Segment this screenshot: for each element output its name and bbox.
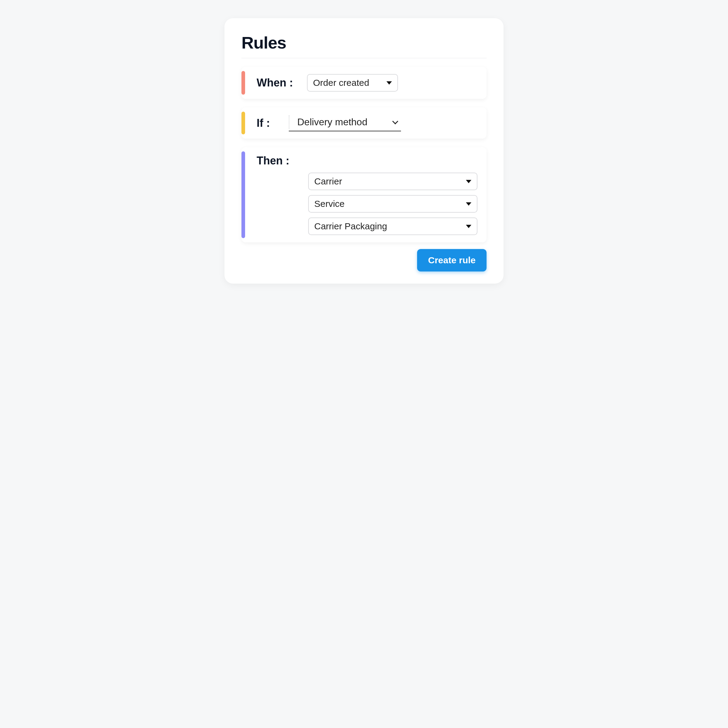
divider — [242, 58, 486, 58]
then-label: Then : — [257, 154, 299, 167]
rules-card: Rules When : Order created If : Delivery… — [225, 18, 503, 284]
then-packaging-select[interactable]: Carrier Packaging — [308, 217, 477, 235]
then-packaging-value: Carrier Packaging — [314, 221, 387, 231]
then-service-value: Service — [314, 199, 344, 209]
caret-down-icon — [466, 202, 471, 206]
chevron-down-icon — [392, 118, 398, 124]
create-rule-button[interactable]: Create rule — [417, 249, 486, 271]
when-trigger-value: Order created — [313, 78, 369, 88]
when-label: When : — [257, 76, 299, 89]
then-carrier-value: Carrier — [314, 176, 342, 187]
page-title: Rules — [242, 33, 486, 52]
caret-down-icon — [387, 81, 392, 85]
footer-actions: Create rule — [242, 249, 486, 271]
caret-down-icon — [466, 225, 471, 228]
caret-down-icon — [466, 180, 471, 183]
then-block: Then : Carrier Service Carrier Packaging — [242, 147, 486, 242]
then-service-select[interactable]: Service — [308, 195, 477, 213]
if-label: If : — [257, 117, 281, 130]
when-block: When : Order created — [242, 67, 486, 99]
when-trigger-select[interactable]: Order created — [307, 74, 398, 92]
if-condition-value: Delivery method — [297, 116, 367, 128]
if-block: If : Delivery method — [242, 107, 486, 139]
if-condition-select[interactable]: Delivery method — [289, 115, 401, 132]
then-carrier-select[interactable]: Carrier — [308, 173, 477, 190]
